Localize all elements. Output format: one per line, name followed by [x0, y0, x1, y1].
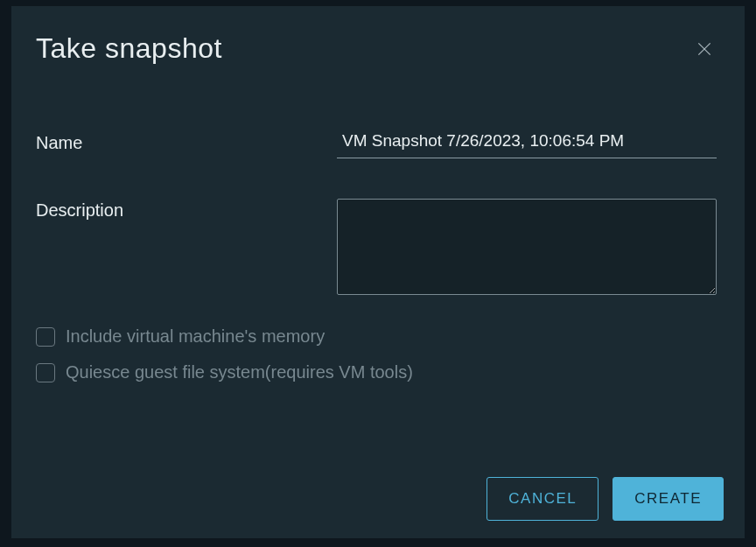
dialog-header: Take snapshot — [11, 6, 745, 65]
quiesce-checkbox[interactable] — [36, 363, 55, 382]
take-snapshot-dialog: Take snapshot Name Description Include v… — [11, 6, 745, 538]
dialog-title: Take snapshot — [36, 32, 222, 65]
create-button[interactable]: CREATE — [612, 477, 724, 521]
description-textarea[interactable] — [337, 199, 717, 295]
include-memory-row: Include virtual machine's memory — [36, 326, 717, 347]
include-memory-checkbox[interactable] — [36, 327, 55, 347]
cancel-button[interactable]: CANCEL — [486, 477, 598, 521]
name-input[interactable] — [337, 131, 717, 158]
close-icon — [696, 40, 713, 58]
form-section: Name Description Include virtual machine… — [11, 65, 745, 382]
name-row: Name — [36, 131, 717, 158]
dialog-footer: CANCEL CREATE — [486, 477, 724, 521]
include-memory-label: Include virtual machine's memory — [66, 326, 325, 347]
name-label: Name — [36, 131, 337, 153]
description-row: Description — [36, 199, 717, 295]
quiesce-row: Quiesce guest file system(requires VM to… — [36, 362, 717, 382]
quiesce-label: Quiesce guest file system(requires VM to… — [66, 362, 413, 382]
description-label: Description — [36, 199, 337, 221]
close-button[interactable] — [692, 37, 717, 61]
